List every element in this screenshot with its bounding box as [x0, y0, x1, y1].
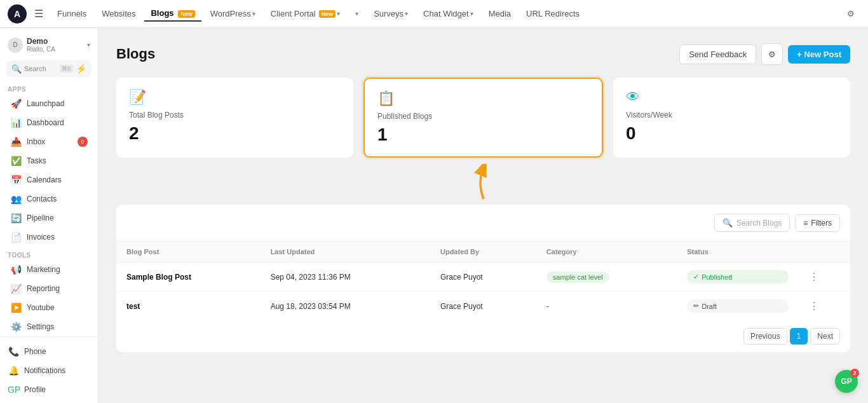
nav-gear-icon[interactable]: ⚙: [841, 4, 860, 24]
sidebar-item-calendars[interactable]: 📅 Calendars: [3, 170, 95, 189]
post-category-1: sample cat level: [546, 271, 609, 283]
search-placeholder: Search: [24, 65, 57, 72]
filter-icon: ≡: [803, 219, 808, 228]
nav-client-portal[interactable]: Client Portal New ▾: [264, 6, 346, 21]
row-actions-menu-2[interactable]: ⋮: [809, 301, 819, 311]
sidebar-search[interactable]: 🔍 Search ⌘K ⚡: [6, 60, 92, 77]
client-portal-chevron: ▾: [337, 10, 340, 17]
sidebar-item-reporting[interactable]: 📈 Reporting: [3, 279, 95, 298]
post-last-updated-2: Aug 18, 2023 03:54 PM: [261, 292, 430, 321]
gear-icon: ⚙: [768, 50, 776, 59]
phone-label: Phone: [24, 347, 46, 356]
stat-card-published-blogs: 📋 Published Blogs 1: [363, 78, 603, 158]
marketing-icon: 📢: [10, 264, 22, 275]
client-portal-new-badge: New: [319, 10, 336, 18]
published-check-icon: ✓: [693, 273, 699, 281]
search-blogs-placeholder: Search Blogs: [736, 219, 782, 228]
tools-section-label: Tools: [0, 247, 98, 260]
sidebar-footer: 📞 Phone 🔔 Notifications GP Profile: [0, 336, 98, 403]
total-posts-icon: 📝: [129, 89, 341, 106]
settings-label: Settings: [27, 322, 54, 331]
next-page-button[interactable]: Next: [810, 328, 840, 345]
inbox-badge: 0: [78, 137, 88, 147]
sidebar-item-settings[interactable]: ⚙️ Settings: [3, 317, 95, 336]
sidebar-item-pipeline[interactable]: 🔄 Pipeline: [3, 208, 95, 228]
blog-table-card: 🔍 Search Blogs ≡ Filters Blog Post Last …: [116, 205, 850, 352]
col-last-updated: Last Updated: [261, 242, 430, 263]
draft-edit-icon: ✏: [693, 302, 699, 310]
post-title-sample[interactable]: Sample Blog Post: [126, 273, 191, 282]
search-icon: 🔍: [11, 64, 22, 74]
pipeline-icon: 🔄: [10, 213, 22, 223]
nav-media[interactable]: URL Redirects: [520, 6, 586, 21]
inbox-label: Inbox: [27, 137, 45, 146]
apps-section-label: Apps: [0, 81, 98, 94]
arrow-annotation: [116, 164, 850, 202]
workspace-selector[interactable]: D Demo Rialto, CA ▾: [0, 33, 98, 57]
notifications-icon: 🔔: [8, 365, 19, 376]
nav-chat-widget[interactable]: Media: [482, 6, 517, 21]
app-logo[interactable]: A: [8, 4, 27, 24]
visitors-label: Visitors/Week: [626, 111, 837, 120]
workspace-name: Demo: [27, 37, 55, 46]
invoices-icon: 📄: [10, 232, 22, 242]
reporting-icon: 📈: [10, 283, 22, 294]
new-post-button[interactable]: + New Post: [788, 45, 850, 64]
send-feedback-button[interactable]: Send Feedback: [679, 44, 756, 64]
nav-websites[interactable]: Websites: [95, 6, 142, 21]
nav-blogs[interactable]: Blogs New: [144, 6, 201, 22]
surveys-chevron: ▾: [470, 10, 473, 17]
row-actions-menu-1[interactable]: ⋮: [809, 271, 819, 282]
page-1-button[interactable]: 1: [790, 328, 808, 345]
profile-icon: GP: [8, 385, 19, 395]
settings-icon: ⚙️: [10, 322, 22, 332]
filters-button[interactable]: ≡ Filters: [795, 214, 840, 232]
sidebar-item-youtube[interactable]: ▶️ Youtube: [3, 298, 95, 317]
nav-wordpress[interactable]: WordPress ▾: [204, 6, 262, 21]
sidebar-item-invoices[interactable]: 📄 Invoices: [3, 228, 95, 247]
sidebar: D Demo Rialto, CA ▾ 🔍 Search ⌘K ⚡ Apps 🚀…: [0, 28, 98, 403]
main-layout: D Demo Rialto, CA ▾ 🔍 Search ⌘K ⚡ Apps 🚀…: [0, 28, 868, 403]
workspace-location: Rialto, CA: [27, 46, 55, 53]
stat-card-total-posts: 📝 Total Blog Posts 2: [116, 78, 353, 158]
visitors-value: 0: [626, 123, 837, 144]
sidebar-item-dashboard[interactable]: 📊 Dashboard: [3, 113, 95, 132]
blogs-settings-button[interactable]: ⚙: [761, 43, 783, 65]
sidebar-item-notifications[interactable]: 🔔 Notifications: [0, 361, 98, 380]
sidebar-item-tasks[interactable]: ✅ Tasks: [3, 151, 95, 170]
invoices-label: Invoices: [27, 233, 55, 242]
published-blogs-icon: 📋: [377, 90, 589, 107]
user-avatar-bottom[interactable]: GP 2: [835, 370, 858, 393]
sidebar-item-profile[interactable]: GP Profile: [0, 380, 98, 399]
youtube-label: Youtube: [27, 303, 55, 312]
youtube-icon: ▶️: [10, 303, 22, 313]
page-header: Blogs Send Feedback ⚙ + New Post: [116, 43, 850, 65]
col-blog-post: Blog Post: [116, 242, 261, 263]
blogs-new-badge: New: [178, 10, 195, 18]
nav-extra-dropdown[interactable]: ▾: [349, 8, 365, 20]
main-content: Blogs Send Feedback ⚙ + New Post 📝 Total…: [98, 28, 868, 403]
search-blogs-input[interactable]: 🔍 Search Blogs: [714, 214, 790, 232]
sidebar-item-marketing[interactable]: 📢 Marketing: [3, 260, 95, 279]
inbox-icon: 📥: [10, 137, 22, 147]
previous-page-button[interactable]: Previous: [743, 328, 787, 345]
sidebar-item-phone[interactable]: 📞 Phone: [0, 342, 98, 361]
col-status: Status: [677, 242, 799, 263]
nav-forms[interactable]: Surveys ▾: [367, 6, 414, 21]
dashboard-label: Dashboard: [27, 118, 64, 127]
nav-funnels[interactable]: Funnels: [51, 6, 93, 21]
sidebar-item-inbox[interactable]: 📥 Inbox 0: [3, 132, 95, 151]
hamburger-menu[interactable]: ☰: [34, 8, 43, 20]
post-status-1: ✓ Published: [687, 270, 789, 283]
blog-posts-table: Blog Post Last Updated Updated By Catego…: [116, 242, 850, 320]
nav-url-redirects[interactable]: [588, 11, 601, 17]
nav-surveys[interactable]: Chat Widget ▾: [417, 6, 480, 21]
sidebar-item-launchpad[interactable]: 🚀 Launchpad: [3, 94, 95, 113]
post-title-test[interactable]: test: [126, 302, 140, 311]
workspace-avatar: D: [8, 38, 23, 53]
total-posts-label: Total Blog Posts: [129, 111, 341, 120]
col-updated-by: Updated By: [430, 242, 536, 263]
sidebar-item-contacts[interactable]: 👥 Contacts: [3, 189, 95, 208]
launchpad-icon: 🚀: [10, 99, 22, 109]
calendars-label: Calendars: [27, 175, 62, 184]
